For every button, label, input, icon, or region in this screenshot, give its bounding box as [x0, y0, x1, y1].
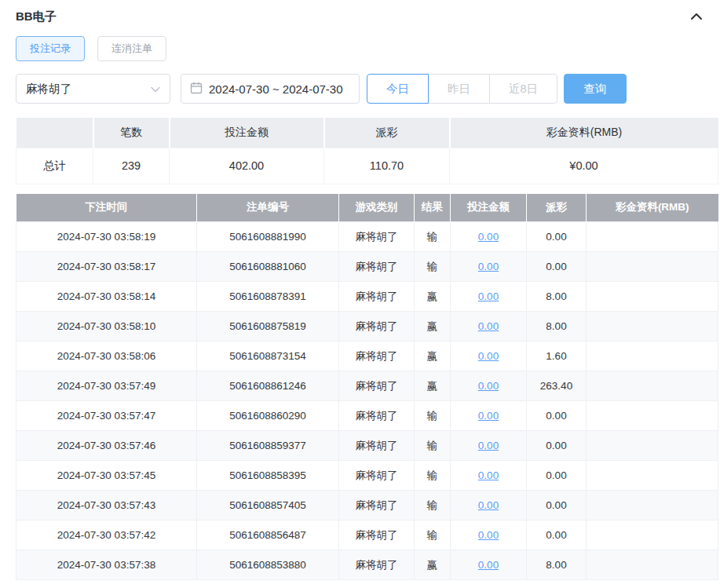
bet-table-body: 2024-07-30 03:58:195061608881990麻将胡了输0.0…: [16, 222, 718, 580]
tab-cascade-orders[interactable]: 连消注单: [97, 36, 166, 61]
summary-cell-bonus: ¥0.00: [450, 148, 718, 184]
quick-today-button[interactable]: 今日: [367, 74, 429, 104]
cell-order-id: 5061608881060: [197, 252, 339, 282]
cell-payout: 263.40: [527, 371, 587, 401]
date-range-picker[interactable]: 2024-07-30 ~ 2024-07-30: [181, 74, 360, 104]
column-header-bet-amount: 投注金额: [451, 194, 527, 222]
table-row: 2024-07-30 03:58:195061608881990麻将胡了输0.0…: [16, 222, 718, 252]
cell-bonus: [587, 282, 718, 312]
collapse-chevron-up-icon[interactable]: [690, 13, 703, 20]
bet-amount-link[interactable]: 0.00: [478, 440, 499, 451]
bet-amount-link[interactable]: 0.00: [478, 469, 499, 481]
cell-bet-time: 2024-07-30 03:57:42: [16, 520, 197, 550]
bet-amount-link[interactable]: 0.00: [478, 380, 499, 392]
panel-title: BB电子: [16, 9, 57, 24]
cell-bet-time: 2024-07-30 03:57:46: [16, 431, 197, 461]
tab-bet-records[interactable]: 投注记录: [16, 36, 85, 61]
cell-game-category: 麻将胡了: [339, 401, 415, 431]
cell-result: 输: [415, 401, 451, 431]
cell-bet-time: 2024-07-30 03:57:49: [16, 371, 197, 401]
bet-amount-link[interactable]: 0.00: [478, 499, 499, 511]
cell-bet-amount: 0.00: [451, 282, 527, 312]
cell-game-category: 麻将胡了: [339, 282, 415, 312]
summary-cell-bet-amount: 402.00: [170, 148, 324, 184]
game-select[interactable]: 麻将胡了: [16, 74, 170, 104]
bet-amount-link[interactable]: 0.00: [478, 320, 499, 332]
table-row: 2024-07-30 03:57:435061608857405麻将胡了输0.0…: [16, 491, 718, 520]
cell-bet-amount: 0.00: [451, 401, 527, 431]
table-row: 2024-07-30 03:58:175061608881060麻将胡了输0.0…: [16, 252, 718, 282]
bet-amount-link[interactable]: 0.00: [478, 231, 499, 243]
cell-bet-amount: 0.00: [451, 550, 527, 580]
cell-order-id: 5061608878391: [197, 282, 339, 312]
search-button[interactable]: 查询: [564, 74, 627, 104]
cell-result: 输: [415, 222, 451, 252]
cell-order-id: 5061608856487: [197, 520, 339, 550]
cell-payout: 8.00: [527, 312, 587, 341]
cell-bonus: [587, 371, 718, 401]
summary-total-row: 总计239402.00110.70¥0.00: [16, 148, 718, 184]
cell-bonus: [587, 341, 718, 371]
column-header-bet-time: 下注时间: [16, 194, 197, 222]
bet-amount-link[interactable]: 0.00: [478, 559, 499, 571]
cell-bet-time: 2024-07-30 03:58:19: [16, 222, 197, 252]
cell-bonus: [587, 491, 718, 520]
bet-amount-link[interactable]: 0.00: [478, 410, 499, 422]
table-row: 2024-07-30 03:57:465061608859377麻将胡了输0.0…: [16, 431, 718, 461]
column-header-order-id: 注单编号: [197, 194, 339, 222]
cell-bet-time: 2024-07-30 03:58:17: [16, 252, 197, 282]
cell-bet-amount: 0.00: [451, 461, 527, 491]
cell-bonus: [587, 550, 718, 580]
summary-header-row: 笔数投注金额派彩彩金资料(RMB): [16, 118, 718, 148]
cell-game-category: 麻将胡了: [339, 222, 415, 252]
cell-bet-time: 2024-07-30 03:57:38: [16, 550, 197, 580]
summary-table: 笔数投注金额派彩彩金资料(RMB) 总计239402.00110.70¥0.00: [16, 118, 718, 184]
cell-order-id: 5061608857405: [197, 491, 339, 520]
cell-result: 输: [415, 491, 451, 520]
bet-amount-link[interactable]: 0.00: [478, 529, 499, 541]
cell-result: 赢: [415, 341, 451, 371]
cell-payout: 8.00: [527, 282, 587, 312]
cell-game-category: 麻将胡了: [339, 461, 415, 491]
table-row: 2024-07-30 03:57:425061608856487麻将胡了输0.0…: [16, 520, 718, 550]
column-header-game-category: 游戏类别: [339, 194, 415, 222]
filter-bar: 麻将胡了 2024-07-30 ~ 2024-07-30 今日 昨日 近8日 查…: [0, 61, 720, 104]
cell-payout: 0.00: [527, 431, 587, 461]
cell-payout: 8.00: [527, 550, 587, 580]
summary-cell-payout: 110.70: [324, 148, 450, 184]
summary-header-bonus: 彩金资料(RMB): [450, 118, 718, 148]
bet-amount-link[interactable]: 0.00: [478, 261, 499, 272]
tabs: 投注记录 连消注单: [0, 25, 720, 61]
column-header-bonus: 彩金资料(RMB): [587, 194, 718, 222]
quick-last-8-days-button[interactable]: 近8日: [489, 74, 557, 104]
quick-yesterday-button[interactable]: 昨日: [428, 74, 490, 104]
summary-cell-count: 239: [93, 148, 170, 184]
quick-range-button-group: 今日 昨日 近8日: [367, 74, 557, 104]
table-row: 2024-07-30 03:58:145061608878391麻将胡了赢0.0…: [16, 282, 718, 312]
column-header-result: 结果: [415, 194, 451, 222]
cell-order-id: 5061608873154: [197, 341, 339, 371]
game-select-value: 麻将胡了: [26, 82, 71, 97]
cell-payout: 0.00: [527, 491, 587, 520]
table-row: 2024-07-30 03:57:455061608858395麻将胡了输0.0…: [16, 461, 718, 491]
table-row: 2024-07-30 03:58:105061608875819麻将胡了赢0.0…: [16, 312, 718, 341]
cell-bonus: [587, 222, 718, 252]
bet-amount-link[interactable]: 0.00: [478, 350, 499, 362]
cell-result: 输: [415, 461, 451, 491]
cell-payout: 0.00: [527, 520, 587, 550]
cell-bet-time: 2024-07-30 03:57:43: [16, 491, 197, 520]
table-row: 2024-07-30 03:57:495061608861246麻将胡了赢0.0…: [16, 371, 718, 401]
cell-bet-amount: 0.00: [451, 520, 527, 550]
cell-payout: 0.00: [527, 222, 587, 252]
cell-bonus: [587, 431, 718, 461]
bet-records-panel: BB电子 投注记录 连消注单 麻将胡了 2024-07-30 ~ 2024-07…: [0, 0, 720, 588]
bet-amount-link[interactable]: 0.00: [478, 290, 499, 302]
table-row: 2024-07-30 03:57:475061608860290麻将胡了输0.0…: [16, 401, 718, 431]
cell-result: 赢: [415, 312, 451, 341]
cell-game-category: 麻将胡了: [339, 371, 415, 401]
cell-result: 赢: [415, 282, 451, 312]
cell-bet-amount: 0.00: [451, 312, 527, 341]
cell-result: 输: [415, 431, 451, 461]
cell-bonus: [587, 252, 718, 282]
panel-header: BB电子: [0, 0, 720, 25]
